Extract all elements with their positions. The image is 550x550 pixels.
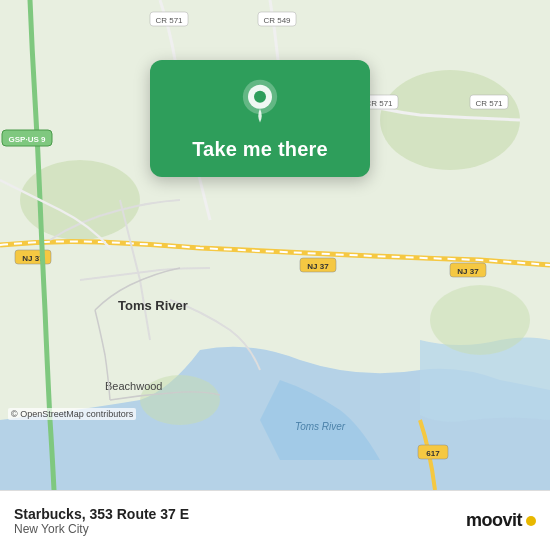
- moovit-logo: moovit: [466, 510, 536, 531]
- svg-text:CR 571: CR 571: [155, 16, 183, 25]
- svg-text:CR 571: CR 571: [475, 99, 503, 108]
- location-name: Starbucks, 353 Route 37 E: [14, 506, 189, 522]
- svg-text:617: 617: [426, 449, 440, 458]
- svg-point-28: [254, 91, 266, 103]
- take-me-there-button[interactable]: Take me there: [192, 138, 328, 161]
- moovit-logo-text: moovit: [466, 510, 522, 531]
- moovit-logo-dot: [526, 516, 536, 526]
- location-city: New York City: [14, 522, 189, 536]
- svg-text:NJ 37: NJ 37: [457, 267, 479, 276]
- bottom-bar: Starbucks, 353 Route 37 E New York City …: [0, 490, 550, 550]
- svg-text:Beachwood: Beachwood: [105, 380, 163, 392]
- svg-point-3: [430, 285, 530, 355]
- action-card: Take me there: [150, 60, 370, 177]
- svg-text:Toms River: Toms River: [295, 421, 346, 432]
- svg-text:GSP·US 9: GSP·US 9: [9, 135, 46, 144]
- location-info: Starbucks, 353 Route 37 E New York City: [14, 506, 189, 536]
- map-container[interactable]: NJ 37 NJ 37 NJ 37 CR 571 CR 549 CR 571 C…: [0, 0, 550, 490]
- copyright-text: © OpenStreetMap contributors: [8, 408, 136, 420]
- location-pin-icon: [236, 78, 284, 126]
- svg-text:Toms River: Toms River: [118, 298, 188, 313]
- svg-text:CR 549: CR 549: [263, 16, 291, 25]
- svg-text:NJ 37: NJ 37: [307, 262, 329, 271]
